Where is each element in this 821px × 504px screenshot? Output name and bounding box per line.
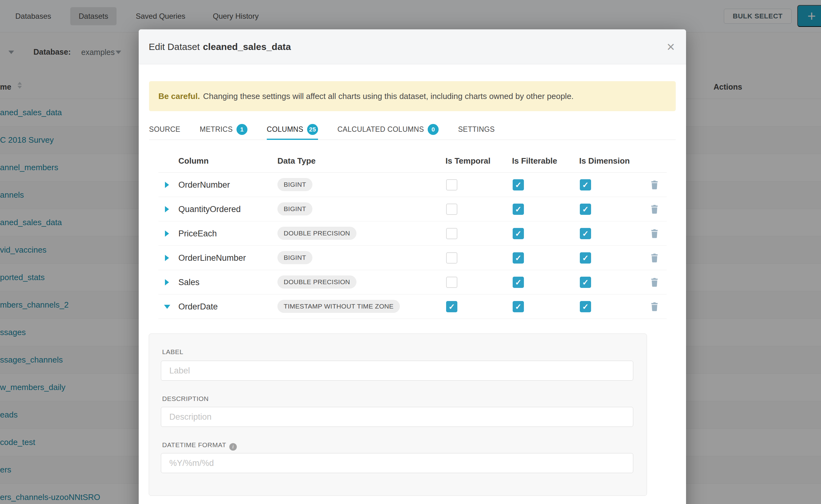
column-row: SalesDOUBLE PRECISION✓✓ xyxy=(158,270,667,294)
warning-banner: Be careful. Changing these settings will… xyxy=(149,81,676,111)
data-type-pill: DOUBLE PRECISION xyxy=(277,227,356,240)
tab-count-badge: 25 xyxy=(307,124,318,135)
column-row: PriceEachDOUBLE PRECISION✓✓ xyxy=(158,221,667,246)
is-dimension-checkbox[interactable]: ✓ xyxy=(580,252,591,264)
expand-row-icon[interactable] xyxy=(165,255,169,261)
modal-tabs: SOURCEMETRICS1COLUMNS25CALCULATED COLUMN… xyxy=(149,119,676,140)
header-is-dimension: Is Dimension xyxy=(579,156,630,166)
delete-column-icon[interactable] xyxy=(650,253,659,263)
data-type-pill: BIGINT xyxy=(277,178,312,191)
is-temporal-checkbox[interactable] xyxy=(446,204,458,215)
modal-title-prefix: Edit Dataset xyxy=(149,42,200,52)
column-name: Sales xyxy=(178,278,200,287)
tab-label: COLUMNS xyxy=(267,125,303,134)
data-type-pill: DOUBLE PRECISION xyxy=(277,275,356,289)
header-is-filterable: Is Filterable xyxy=(512,156,557,166)
is-dimension-checkbox[interactable]: ✓ xyxy=(580,204,591,215)
columns-table-body: OrderNumberBIGINT✓✓QuantityOrderedBIGINT… xyxy=(158,172,667,319)
close-icon[interactable]: × xyxy=(667,40,675,54)
description-field-label: DESCRIPTION xyxy=(162,395,209,403)
tab-label: CALCULATED COLUMNS xyxy=(337,125,424,134)
delete-column-icon[interactable] xyxy=(650,229,659,238)
is-filterable-checkbox[interactable]: ✓ xyxy=(513,204,524,215)
expand-row-icon[interactable] xyxy=(165,182,169,188)
is-filterable-checkbox[interactable]: ✓ xyxy=(513,228,524,239)
expand-row-icon[interactable] xyxy=(165,279,169,285)
is-dimension-checkbox[interactable]: ✓ xyxy=(580,301,591,312)
modal-title: Edit Datasetcleaned_sales_data xyxy=(149,42,291,52)
data-type-pill: BIGINT xyxy=(277,251,312,264)
modal-title-dataset-name: cleaned_sales_data xyxy=(203,42,291,52)
header-data-type: Data Type xyxy=(277,156,315,166)
datetime-format-label-text: DATETIME FORMAT xyxy=(162,441,226,448)
tab-count-badge: 0 xyxy=(428,124,439,135)
delete-column-icon[interactable] xyxy=(650,205,659,214)
datetime-format-field-label: DATETIME FORMATi xyxy=(162,441,237,451)
is-dimension-checkbox[interactable]: ✓ xyxy=(580,179,591,190)
is-temporal-checkbox[interactable]: ✓ xyxy=(446,301,458,312)
data-type-pill: TIMESTAMP WITHOUT TIME ZONE xyxy=(277,300,400,313)
column-row: OrderLineNumberBIGINT✓✓ xyxy=(158,246,667,270)
column-row: QuantityOrderedBIGINT✓✓ xyxy=(158,197,667,221)
column-name: OrderNumber xyxy=(178,180,230,190)
is-filterable-checkbox[interactable]: ✓ xyxy=(513,301,524,312)
collapse-row-icon[interactable] xyxy=(164,305,170,309)
column-name: QuantityOrdered xyxy=(178,205,241,214)
info-icon: i xyxy=(229,443,237,451)
column-row: OrderDateTIMESTAMP WITHOUT TIME ZONE✓✓✓ xyxy=(158,294,667,319)
data-type-pill: BIGINT xyxy=(277,202,312,215)
tab-columns[interactable]: COLUMNS25 xyxy=(267,119,318,140)
delete-column-icon[interactable] xyxy=(650,278,659,287)
is-dimension-checkbox[interactable]: ✓ xyxy=(580,228,591,239)
is-filterable-checkbox[interactable]: ✓ xyxy=(513,252,524,264)
column-row: OrderNumberBIGINT✓✓ xyxy=(158,173,667,197)
datetime-format-input[interactable] xyxy=(161,453,633,473)
is-temporal-checkbox[interactable] xyxy=(446,228,458,239)
description-input[interactable] xyxy=(161,407,633,427)
delete-column-icon[interactable] xyxy=(650,302,659,311)
warning-banner-text: Changing these settings will affect all … xyxy=(203,91,574,101)
is-dimension-checkbox[interactable]: ✓ xyxy=(580,277,591,288)
tab-metrics[interactable]: METRICS1 xyxy=(200,119,247,140)
column-detail-panel: LABEL DESCRIPTION DATETIME FORMATi xyxy=(149,334,647,496)
columns-table-header: Column Data Type Is Temporal Is Filterab… xyxy=(139,149,686,172)
header-column: Column xyxy=(178,156,209,166)
delete-column-icon[interactable] xyxy=(650,180,659,190)
tab-calculated-columns[interactable]: CALCULATED COLUMNS0 xyxy=(337,119,439,140)
tab-label: METRICS xyxy=(200,125,233,134)
expand-row-icon[interactable] xyxy=(165,206,169,212)
tab-label: SOURCE xyxy=(149,125,180,134)
modal-header: Edit Datasetcleaned_sales_data × xyxy=(139,29,686,64)
tab-count-badge: 1 xyxy=(236,124,247,135)
warning-banner-bold: Be careful. xyxy=(158,91,200,101)
column-name: PriceEach xyxy=(178,229,217,239)
is-temporal-checkbox[interactable] xyxy=(446,179,458,190)
tab-label: SETTINGS xyxy=(458,125,495,134)
tab-source[interactable]: SOURCE xyxy=(149,119,180,140)
expand-row-icon[interactable] xyxy=(165,230,169,237)
column-name: OrderDate xyxy=(178,302,218,312)
label-input[interactable] xyxy=(161,361,633,381)
is-filterable-checkbox[interactable]: ✓ xyxy=(513,277,524,288)
is-temporal-checkbox[interactable] xyxy=(446,277,458,288)
edit-dataset-modal: Edit Datasetcleaned_sales_data × Be care… xyxy=(139,29,686,504)
header-is-temporal: Is Temporal xyxy=(446,156,491,166)
label-field-label: LABEL xyxy=(162,348,183,356)
column-name: OrderLineNumber xyxy=(178,253,246,263)
is-temporal-checkbox[interactable] xyxy=(446,252,458,264)
tab-settings[interactable]: SETTINGS xyxy=(458,119,495,140)
is-filterable-checkbox[interactable]: ✓ xyxy=(513,179,524,190)
